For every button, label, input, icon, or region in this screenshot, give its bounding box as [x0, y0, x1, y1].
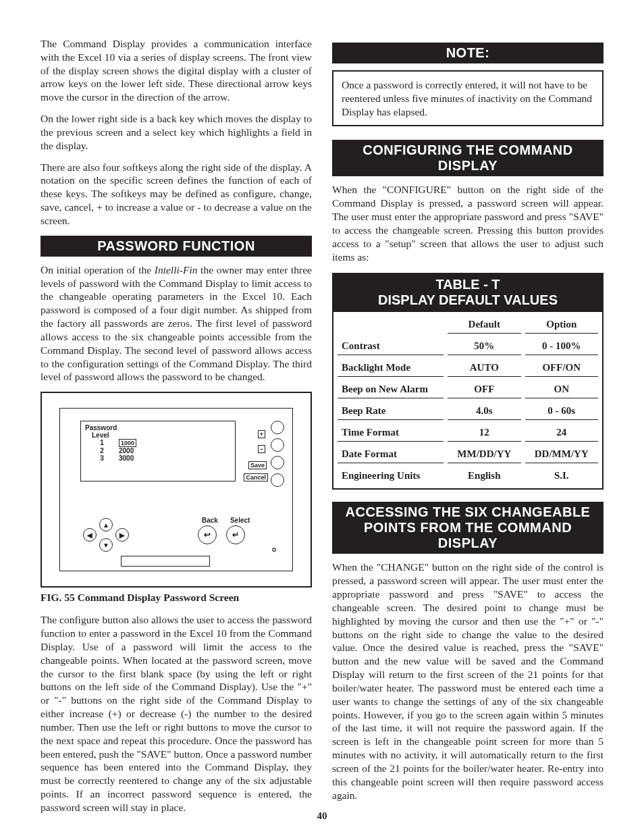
th-default: Default	[448, 316, 520, 334]
softkey-3[interactable]	[271, 456, 284, 469]
contrast-icon: o	[198, 546, 279, 553]
table-row: Engineering UnitsEnglishS.I.	[338, 467, 598, 484]
table-row: Backlight ModeAUTOOFF/ON	[338, 359, 598, 377]
lcd-level-2: 2	[85, 447, 119, 454]
arrow-left-button[interactable]: ◀	[83, 528, 97, 542]
select-label: Select	[230, 517, 250, 524]
table-row: Contrast50%0 - 100%	[338, 338, 598, 355]
arrow-down-button[interactable]: ▼	[99, 538, 113, 552]
configuring-para: When the "CONFIGURE" button on the right…	[332, 183, 603, 263]
softkey-label-save: Save	[248, 461, 267, 469]
arrow-key-cluster: ▲ ▼ ◀ ▶	[79, 518, 133, 552]
heading-configuring: CONFIGURING THE COMMAND DISPLAY	[332, 140, 603, 176]
softkey-label-cancel: Cancel	[244, 473, 268, 481]
arrow-right-button[interactable]: ▶	[115, 528, 129, 542]
back-button[interactable]: ↩	[198, 525, 217, 544]
heading-accessing: ACCESSING THE SIX CHANGEABLE POINTS FROM…	[332, 502, 603, 554]
bottom-strip	[121, 556, 210, 567]
password-para-c: the owner may enter three levels of pass…	[41, 264, 312, 383]
configure-para: The configure button also allows the use…	[41, 613, 312, 814]
intro-para-3: There are also four softkeys along the r…	[41, 161, 312, 228]
lcd-level-1: 1	[85, 439, 119, 447]
lcd-value-3: 3000	[119, 454, 159, 462]
lcd-screen: Password Level 11000 22000 33000	[80, 421, 236, 481]
intro-para-2: On the lower right side is a back key wh…	[41, 112, 312, 152]
softkey-4[interactable]	[271, 473, 284, 487]
select-button[interactable]: ↵	[226, 525, 245, 544]
password-para-a: On initial operation of the	[41, 264, 155, 276]
softkey-buttons	[271, 421, 284, 487]
lcd-value-1: 1000	[119, 439, 136, 447]
note-box: Once a password is correctly entered, it…	[332, 70, 603, 126]
softkey-label-plus: +	[258, 430, 265, 438]
intro-para-1: The Command Display provides a communica…	[41, 37, 312, 104]
table-title-line2: DISPLAY DEFAULT VALUES	[378, 292, 558, 307]
table-header-row: Default Option	[338, 316, 598, 334]
arrow-up-button[interactable]: ▲	[99, 518, 113, 531]
table-t-title: TABLE - T DISPLAY DEFAULT VALUES	[333, 274, 602, 312]
table-row: Beep on New AlarmOFFON	[338, 381, 598, 398]
lcd-subtitle: Level	[92, 432, 231, 439]
lcd-value-2: 2000	[119, 447, 159, 454]
softkey-label-minus: −	[258, 445, 265, 453]
table-row: Date FormatMM/DD/YYDD/MM/YY	[338, 446, 598, 463]
table-t-body: Default Option Contrast50%0 - 100% Backl…	[333, 312, 602, 488]
password-para: On initial operation of the Intelli-Fin …	[41, 263, 312, 384]
th-blank	[338, 316, 444, 334]
figure-55: Password Level 11000 22000 33000 + − Sav…	[41, 392, 312, 588]
table-row: Time Format1224	[338, 424, 598, 442]
table-row: Beep Rate4.0s0 - 60s	[338, 402, 598, 420]
right-column: NOTE: Once a password is correctly enter…	[332, 37, 603, 823]
softkey-1[interactable]	[271, 421, 284, 434]
th-option: Option	[525, 316, 598, 334]
table-title-line1: TABLE - T	[435, 277, 500, 292]
figure-55-caption: FIG. 55 Command Display Password Screen	[41, 592, 312, 604]
heading-password-function: PASSWORD FUNCTION	[41, 236, 312, 257]
back-select-cluster: Back Select ↩ ↵ o	[198, 517, 279, 553]
lcd-level-3: 3	[85, 454, 119, 462]
back-label: Back	[202, 517, 218, 524]
softkey-2[interactable]	[271, 438, 284, 452]
heading-note: NOTE:	[332, 43, 603, 63]
accessing-para: When the "CHANGE" button on the right si…	[332, 561, 603, 802]
lcd-title: Password	[85, 424, 231, 432]
left-column: The Command Display provides a communica…	[41, 37, 312, 823]
table-t: TABLE - T DISPLAY DEFAULT VALUES Default…	[332, 273, 603, 490]
page-number: 40	[0, 810, 644, 822]
display-bezel: Password Level 11000 22000 33000 + − Sav…	[59, 408, 293, 571]
product-name: Intelli-Fin	[155, 264, 198, 276]
